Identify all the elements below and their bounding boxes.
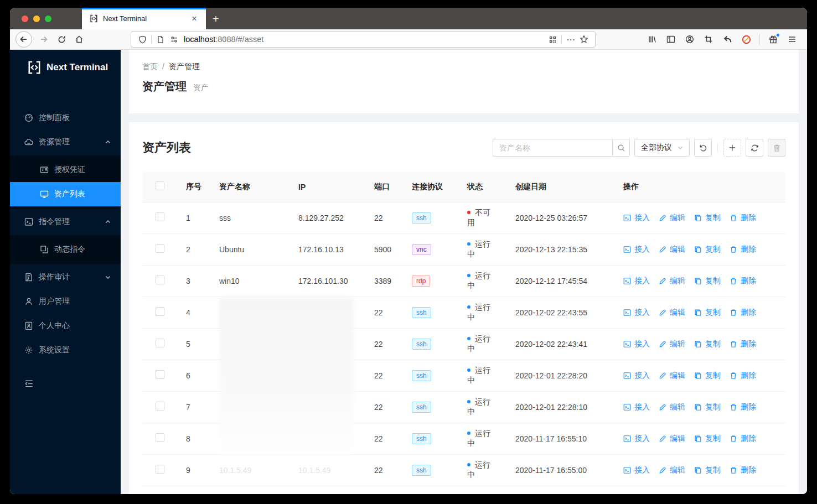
add-asset-button[interactable]	[723, 139, 741, 157]
cell-status: 运行中	[458, 297, 506, 328]
tab-close-icon[interactable]: ×	[188, 13, 200, 25]
connect-link[interactable]: 接入	[623, 308, 650, 318]
qr-code-icon[interactable]	[546, 35, 559, 44]
sidebar-collapse-trigger[interactable]	[10, 372, 121, 394]
tracking-protection-shield-icon[interactable]	[136, 35, 149, 44]
row-checkbox[interactable]	[156, 307, 164, 316]
reload-button[interactable]	[53, 31, 70, 48]
status-dot	[467, 274, 470, 277]
search-button[interactable]	[612, 139, 630, 157]
cell-port: 5900	[365, 233, 403, 265]
connect-link[interactable]: 接入	[623, 371, 650, 381]
site-permissions-icon[interactable]	[167, 35, 180, 44]
edit-link[interactable]: 编辑	[659, 434, 685, 444]
delete-link[interactable]: 删除	[730, 465, 756, 475]
row-checkbox[interactable]	[156, 244, 164, 253]
edit-link[interactable]: 编辑	[659, 402, 685, 412]
url-bar[interactable]: localhost:8088/#/asset ⋯	[131, 31, 596, 48]
breadcrumb-home[interactable]: 首页	[142, 62, 158, 71]
delete-link[interactable]: 删除	[730, 276, 756, 286]
connect-link[interactable]: 接入	[623, 465, 650, 475]
sidebar: Next Terminal 控制面板 资源管理 授权凭证	[10, 50, 121, 494]
bookmark-star-icon[interactable]	[577, 35, 591, 44]
connect-link[interactable]: 接入	[623, 276, 650, 286]
copy-link[interactable]: 复制	[694, 465, 721, 475]
sidebar-item-dashboard[interactable]: 控制面板	[10, 107, 121, 129]
copy-link[interactable]: 复制	[694, 339, 721, 349]
whats-new-gift-icon[interactable]	[765, 31, 782, 48]
minimize-window-button[interactable]	[33, 15, 40, 22]
sidebar-item-dynamic-commands[interactable]: 动态指令	[10, 237, 121, 262]
menu-hamburger-icon[interactable]	[784, 31, 800, 48]
browser-tab[interactable]: Next Terminal ×	[82, 8, 206, 29]
row-checkbox[interactable]	[156, 370, 164, 379]
library-icon[interactable]	[644, 31, 660, 48]
connect-link[interactable]: 接入	[623, 434, 650, 444]
screenshot-crop-icon[interactable]	[700, 31, 717, 48]
protocol-tag: ssh	[412, 433, 431, 444]
sidebar-item-profile[interactable]: 个人中心	[10, 315, 121, 337]
edit-link[interactable]: 编辑	[659, 371, 685, 381]
select-all-checkbox[interactable]	[156, 181, 164, 190]
sidebar-toggle-icon[interactable]	[663, 31, 679, 48]
row-checkbox[interactable]	[156, 402, 164, 411]
page-actions-ellipsis-icon[interactable]: ⋯	[564, 34, 577, 45]
forward-button[interactable]	[35, 31, 52, 48]
sidebar-item-resources[interactable]: 资源管理	[10, 131, 121, 153]
edit-link[interactable]: 编辑	[659, 308, 685, 318]
edit-link[interactable]: 编辑	[659, 339, 685, 349]
account-icon[interactable]	[681, 31, 698, 48]
content-blocked-icon[interactable]	[738, 31, 754, 48]
edit-link[interactable]: 编辑	[659, 465, 685, 475]
url-text[interactable]: localhost:8088/#/asset	[184, 35, 546, 44]
connect-link[interactable]: 接入	[623, 402, 650, 412]
close-window-button[interactable]	[22, 15, 28, 22]
sidebar-item-label: 用户管理	[39, 297, 70, 306]
copy-link[interactable]: 复制	[694, 245, 721, 254]
copy-link[interactable]: 复制	[694, 434, 721, 444]
protocol-filter-select[interactable]: 全部协议	[634, 139, 690, 157]
new-tab-button[interactable]: +	[206, 8, 226, 29]
asset-name-search-input[interactable]	[493, 139, 612, 157]
copy-link[interactable]: 复制	[694, 402, 721, 412]
connect-link[interactable]: 接入	[623, 213, 650, 223]
row-checkbox[interactable]	[156, 276, 164, 284]
sidebar-item-commands[interactable]: 指令管理	[10, 211, 121, 233]
delete-link[interactable]: 删除	[730, 308, 756, 318]
copy-link[interactable]: 复制	[694, 213, 721, 223]
edit-link[interactable]: 编辑	[659, 276, 685, 286]
page-info-icon[interactable]	[154, 35, 167, 44]
undo-arrow-icon[interactable]	[719, 31, 736, 48]
reset-filters-button[interactable]	[694, 139, 712, 157]
delete-selected-button[interactable]	[768, 139, 785, 157]
row-checkbox[interactable]	[156, 433, 164, 442]
delete-link[interactable]: 删除	[730, 434, 756, 444]
delete-link[interactable]: 删除	[730, 213, 756, 223]
sidebar-item-credentials[interactable]: 授权凭证	[10, 158, 121, 182]
connect-link[interactable]: 接入	[623, 339, 650, 349]
copy-link[interactable]: 复制	[694, 308, 721, 318]
table-body: 1 sss 8.129.27.252 22 ssh 不可用 2020-12-25…	[142, 202, 785, 486]
delete-link[interactable]: 删除	[730, 371, 756, 381]
edit-link[interactable]: 编辑	[659, 245, 685, 254]
edit-link[interactable]: 编辑	[659, 213, 685, 223]
delete-link[interactable]: 删除	[730, 245, 756, 254]
zoom-window-button[interactable]	[45, 15, 51, 22]
delete-link[interactable]: 删除	[730, 402, 756, 412]
sidebar-item-asset-list[interactable]: 资产列表	[10, 182, 121, 206]
copy-link[interactable]: 复制	[694, 371, 721, 381]
connect-link[interactable]: 接入	[623, 245, 650, 254]
delete-link[interactable]: 删除	[730, 339, 756, 349]
app-logo[interactable]: Next Terminal	[10, 50, 121, 85]
row-checkbox[interactable]	[156, 339, 164, 347]
refresh-table-button[interactable]	[746, 139, 763, 157]
copy-link[interactable]: 复制	[694, 276, 721, 286]
sidebar-item-audit[interactable]: 操作审计	[10, 266, 121, 288]
sidebar-item-settings[interactable]: 系统设置	[10, 339, 121, 361]
row-checkbox[interactable]	[156, 465, 164, 474]
cell-created: 2020-12-13 22:15:35	[506, 233, 614, 265]
row-checkbox[interactable]	[156, 212, 164, 221]
sidebar-item-users[interactable]: 用户管理	[10, 290, 121, 313]
back-button[interactable]	[15, 31, 32, 48]
home-button[interactable]	[71, 31, 87, 48]
